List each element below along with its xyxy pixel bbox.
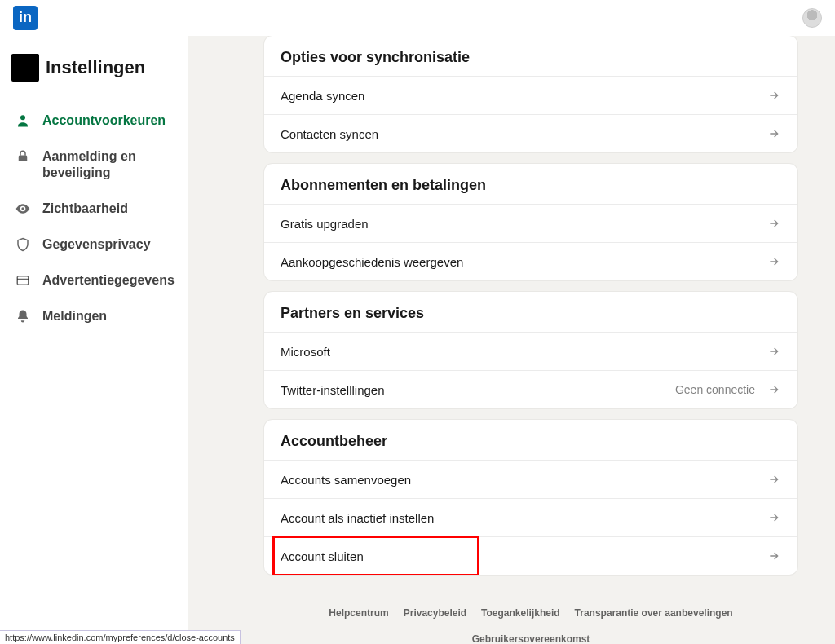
svg-rect-3: [17, 276, 29, 285]
sidebar-item-label: Zichtbaarheid: [42, 201, 176, 217]
sidebar-item-label: Gegevensprivacy: [42, 236, 176, 253]
profile-avatar[interactable]: [802, 8, 822, 28]
page-footer: Helpcentrum Privacybeleid Toegankelijkhe…: [264, 607, 797, 644]
arrow-right-icon: [767, 88, 781, 103]
row-hibernate-account[interactable]: Account als inactief instellen: [264, 498, 797, 536]
svg-rect-1: [19, 156, 28, 162]
row-secondary: Geen connectie: [675, 383, 755, 396]
row-upgrade[interactable]: Gratis upgraden: [264, 204, 797, 242]
arrow-right-icon: [767, 510, 781, 525]
row-purchase-history[interactable]: Aankoopgeschiedenis weergeven: [264, 242, 797, 280]
sidebar-item-ad-data[interactable]: Advertentiegegevens: [11, 262, 179, 298]
row-label: Account sluiten: [281, 549, 364, 563]
footer-link-privacy[interactable]: Privacybeleid: [404, 607, 466, 619]
row-right: Geen connectie: [675, 382, 781, 397]
row-label: Twitter-instelllingen: [281, 383, 385, 397]
row-sync-calendar[interactable]: Agenda syncen: [264, 76, 797, 114]
card-title: Partners en services: [264, 292, 797, 332]
row-twitter[interactable]: Twitter-instelllingen Geen connectie: [264, 370, 797, 408]
ad-card-icon: [15, 272, 31, 289]
arrow-right-icon: [767, 549, 781, 563]
settings-avatar: [11, 54, 39, 82]
settings-sidebar: Instellingen Accountvoorkeuren Aanmeldin…: [0, 36, 188, 644]
sidebar-item-notifications[interactable]: Meldingen: [11, 298, 179, 334]
sidebar-item-label: Aanmelding en beveiliging: [42, 148, 176, 181]
footer-link-help[interactable]: Helpcentrum: [329, 607, 388, 619]
shield-icon: [15, 236, 31, 253]
row-label: Agenda syncen: [281, 89, 364, 103]
arrow-right-icon: [767, 216, 781, 231]
card-account-management: Accountbeheer Accounts samenvoegen Accou…: [264, 420, 797, 575]
footer-link-transparency[interactable]: Transparantie over aanbevelingen: [575, 607, 733, 619]
arrow-right-icon: [767, 254, 781, 269]
logo-text: in: [19, 9, 32, 26]
sidebar-item-signin-security[interactable]: Aanmelding en beveiliging: [11, 139, 179, 191]
footer-links: Helpcentrum Privacybeleid Toegankelijkhe…: [264, 607, 797, 644]
linkedin-logo[interactable]: in: [13, 6, 38, 30]
row-label: Contacten syncen: [281, 127, 378, 141]
eye-icon: [15, 201, 31, 217]
main-layout: Instellingen Accountvoorkeuren Aanmeldin…: [0, 36, 835, 644]
sidebar-item-label: Advertentiegegevens: [42, 272, 176, 289]
card-sync-options: Opties voor synchronisatie Agenda syncen…: [264, 36, 797, 152]
card-title: Abonnementen en betalingen: [264, 164, 797, 204]
row-sync-contacts[interactable]: Contacten syncen: [264, 114, 797, 152]
row-label: Gratis upgraden: [281, 217, 369, 231]
row-label: Account als inactief instellen: [281, 511, 434, 525]
sidebar-item-label: Meldingen: [42, 308, 176, 324]
lock-icon: [15, 148, 31, 165]
footer-link-accessibility[interactable]: Toegankelijkheid: [481, 607, 559, 619]
bell-icon: [15, 308, 31, 324]
top-bar: in: [0, 0, 835, 36]
settings-content: Opties voor synchronisatie Agenda syncen…: [188, 36, 835, 644]
arrow-right-icon: [767, 344, 781, 359]
row-merge-accounts[interactable]: Accounts samenvoegen: [264, 460, 797, 498]
row-close-account[interactable]: Account sluiten: [264, 536, 797, 575]
sidebar-item-account-preferences[interactable]: Accountvoorkeuren: [11, 103, 179, 139]
card-partners: Partners en services Microsoft Twitter-i…: [264, 292, 797, 408]
settings-header: Instellingen: [11, 54, 179, 82]
card-subscriptions: Abonnementen en betalingen Gratis upgrad…: [264, 164, 797, 280]
card-title: Opties voor synchronisatie: [264, 36, 797, 76]
person-icon: [15, 112, 31, 129]
footer-link-user-agreement[interactable]: Gebruikersovereenkomst: [472, 633, 590, 644]
sidebar-item-label: Accountvoorkeuren: [42, 112, 176, 129]
row-microsoft[interactable]: Microsoft: [264, 332, 797, 370]
svg-point-0: [20, 115, 25, 120]
sidebar-item-data-privacy[interactable]: Gegevensprivacy: [11, 227, 179, 262]
arrow-right-icon: [767, 472, 781, 487]
page-title: Instellingen: [46, 57, 145, 78]
arrow-right-icon: [767, 126, 781, 141]
row-label: Microsoft: [281, 345, 330, 359]
svg-point-2: [21, 207, 24, 210]
arrow-right-icon: [767, 382, 781, 397]
card-title: Accountbeheer: [264, 420, 797, 460]
browser-status-url: https://www.linkedin.com/mypreferences/d…: [0, 630, 241, 644]
row-label: Aankoopgeschiedenis weergeven: [281, 255, 463, 269]
row-label: Accounts samenvoegen: [281, 473, 411, 487]
sidebar-item-visibility[interactable]: Zichtbaarheid: [11, 191, 179, 227]
